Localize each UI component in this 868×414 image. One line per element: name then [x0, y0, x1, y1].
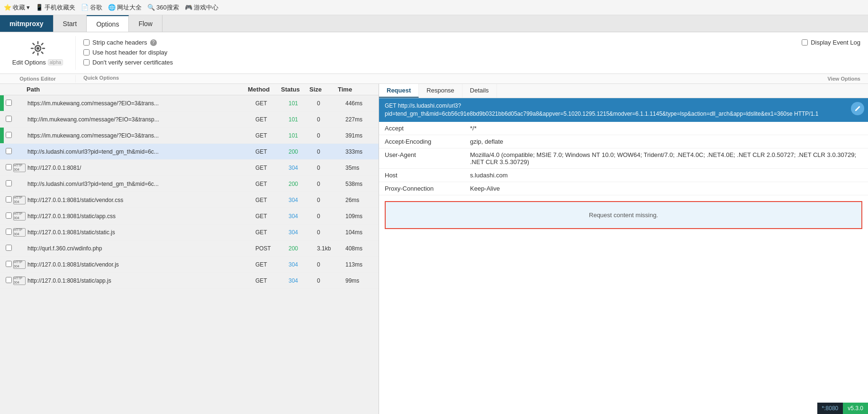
- row-checkbox-container: [4, 229, 13, 236]
- strip-cache-checkbox[interactable]: [83, 39, 90, 46]
- row-checkbox-container: [4, 180, 13, 188]
- row-size: 0: [317, 261, 345, 268]
- event-log-checkbox[interactable]: [802, 39, 808, 46]
- header-value: */*: [464, 122, 868, 135]
- bookmark-google[interactable]: 📄 谷歌: [81, 3, 102, 12]
- traffic-row[interactable]: HTTP 304http://127.0.0.1:8081/static/app…: [0, 273, 379, 289]
- host-header-checkbox[interactable]: [83, 49, 90, 55]
- nav-tab-start[interactable]: Start: [54, 15, 87, 32]
- verify-cert-checkbox[interactable]: [83, 59, 90, 65]
- bookmark-star[interactable]: ⭐ 收藏 ▾: [4, 3, 30, 12]
- row-badge: HTTP 304: [13, 196, 26, 204]
- header-name: Proxy-Connection: [379, 182, 464, 195]
- row-method: GET: [255, 229, 289, 236]
- row-indicator: [0, 257, 4, 272]
- row-size: 0: [317, 213, 345, 220]
- verify-cert-checkbox-row: Don't verify server certificates: [83, 59, 787, 66]
- row-path: http://127.0.0.1:8081/: [27, 165, 255, 171]
- row-checkbox[interactable]: [6, 229, 12, 235]
- row-badge: [13, 99, 26, 108]
- tab-response[interactable]: Response: [419, 84, 462, 98]
- bookmark-360search[interactable]: 🔍 360搜索: [147, 3, 179, 12]
- row-time: 99ms: [345, 277, 379, 284]
- row-checkbox[interactable]: [6, 116, 12, 122]
- row-checkbox[interactable]: [6, 164, 12, 170]
- nav-tab-mitmproxy[interactable]: mitmproxy: [0, 15, 54, 32]
- traffic-row[interactable]: http://s.ludashi.com/url3?pid=tend_gm_th…: [0, 176, 379, 192]
- row-time: 109ms: [345, 213, 379, 220]
- row-method: GET: [255, 181, 289, 187]
- row-status: 304: [289, 213, 317, 220]
- nav-tab-options[interactable]: Options: [87, 15, 129, 32]
- status-bar: *:8080 v5.3.0: [817, 403, 868, 414]
- traffic-row[interactable]: HTTP 304http://127.0.0.1:8081/static/sta…: [0, 224, 379, 240]
- edit-url-button[interactable]: [851, 102, 864, 115]
- help-icon[interactable]: ?: [150, 39, 157, 46]
- row-checkbox[interactable]: [6, 261, 12, 267]
- traffic-row[interactable]: https://im.mukewang.com/message/?EIO=3&t…: [0, 128, 379, 144]
- quick-options-label: Quick Options: [76, 75, 820, 83]
- row-checkbox[interactable]: [6, 148, 12, 154]
- traffic-row[interactable]: https://im.mukewang.com/message/?EIO=3&t…: [0, 95, 379, 111]
- row-checkbox-container: [4, 148, 13, 156]
- row-checkbox[interactable]: [6, 196, 12, 202]
- header-row: Accept*/*: [379, 122, 868, 135]
- gear-icon: [29, 40, 46, 57]
- traffic-row[interactable]: http://qurl.f.360.cn/wdinfo.phpPOST2003.…: [0, 240, 379, 257]
- row-size: 0: [317, 197, 345, 203]
- tab-details[interactable]: Details: [462, 84, 497, 98]
- row-checkbox[interactable]: [6, 100, 12, 106]
- nav-bar: mitmproxy Start Options Flow: [0, 15, 868, 32]
- row-status: 304: [289, 229, 317, 236]
- nav-tab-flow[interactable]: Flow: [129, 15, 163, 32]
- traffic-row[interactable]: HTTP 304http://127.0.0.1:8081/static/ven…: [0, 257, 379, 273]
- traffic-row[interactable]: HTTP 304http://127.0.0.1:8081/GET304035m…: [0, 160, 379, 176]
- row-status: 304: [289, 261, 317, 268]
- row-indicator: [0, 128, 4, 143]
- status-header: Status: [281, 86, 309, 93]
- section-labels: Options Editor Quick Options View Option…: [0, 74, 868, 84]
- row-indicator: [0, 160, 4, 175]
- tab-request[interactable]: Request: [379, 84, 419, 98]
- row-path: https://im.mukewang.com/message/?EIO=3&t…: [27, 132, 255, 139]
- traffic-row[interactable]: http://im.mukewang.com/message/?EIO=3&tr…: [0, 111, 379, 128]
- main-content: Edit Options alpha Strip cache headers ?…: [0, 32, 868, 414]
- size-header: Size: [309, 86, 338, 93]
- globe-icon: 🌐: [108, 4, 116, 11]
- row-checkbox[interactable]: [6, 180, 12, 186]
- row-size: 0: [317, 277, 345, 284]
- row-method: GET: [255, 197, 289, 203]
- row-checkbox[interactable]: [6, 132, 12, 138]
- bookmark-gamecenter[interactable]: 🎮 游戏中心: [185, 3, 218, 12]
- options-label: Edit Options alpha: [12, 59, 63, 66]
- mobile-icon: 📱: [36, 4, 43, 11]
- row-size: 0: [317, 116, 345, 123]
- row-method: GET: [255, 213, 289, 220]
- header-value: Keep-Alive: [464, 182, 868, 195]
- row-checkbox[interactable]: [6, 245, 12, 251]
- row-method: GET: [255, 261, 289, 268]
- row-checkbox-container: [4, 164, 13, 172]
- row-checkbox-container: [4, 212, 13, 220]
- traffic-row[interactable]: HTTP 304http://127.0.0.1:8081/static/ven…: [0, 192, 379, 208]
- detail-tabs: Request Response Details: [379, 84, 868, 98]
- row-checkbox[interactable]: [6, 277, 12, 283]
- url-bar: GET http://s.ludashi.com/url3?pid=tend_g…: [379, 98, 868, 122]
- header-name: Accept: [379, 122, 464, 135]
- row-time: 104ms: [345, 229, 379, 236]
- traffic-row[interactable]: HTTP 304http://127.0.0.1:8081/static/app…: [0, 208, 379, 224]
- row-size: 0: [317, 148, 345, 155]
- row-badge: [13, 180, 26, 188]
- row-time: 26ms: [345, 197, 379, 203]
- content-missing-box: Request content missing.: [385, 201, 862, 229]
- verify-cert-label: Don't verify server certificates: [92, 59, 173, 66]
- row-method: GET: [255, 116, 289, 123]
- traffic-row[interactable]: http://s.ludashi.com/url3?pid=tend_gm_th…: [0, 144, 379, 160]
- bookmark-urlnav[interactable]: 🌐 网址大全: [108, 3, 142, 12]
- row-size: 0: [317, 100, 345, 107]
- row-checkbox[interactable]: [6, 212, 12, 219]
- row-badge: [13, 115, 26, 124]
- host-header-checkbox-row: Use host header for display: [83, 49, 787, 56]
- bookmark-mobile[interactable]: 📱 手机收藏夹: [36, 3, 75, 12]
- row-checkbox-container: [4, 116, 13, 123]
